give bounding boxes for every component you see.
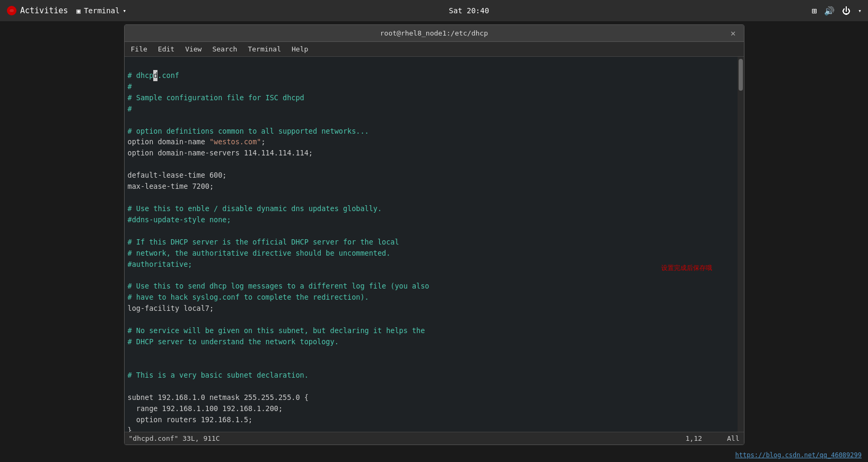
scrollbar-thumb[interactable] [739, 59, 743, 91]
terminal-window: root@rhel8_node1:/etc/dhcp ✕ File Edit V… [124, 24, 744, 445]
menu-help[interactable]: Help [287, 44, 312, 54]
system-bar: Activities ▣ Terminal ▾ Sat 20:40 ⊞ 🔊 ⏻ … [0, 0, 868, 21]
close-icon: ✕ [731, 28, 736, 38]
url-link[interactable]: https://blog.csdn.net/qq_46089299 [735, 451, 862, 459]
activities-label: Activities [20, 6, 68, 15]
terminal-menu-button[interactable]: ▣ Terminal ▾ [76, 6, 126, 15]
rhel-icon [6, 5, 17, 16]
status-bar: "dhcpd.conf" 33L, 911C 1,12 All [125, 432, 744, 444]
power-chevron-icon[interactable]: ▾ [858, 7, 862, 14]
editor-content[interactable]: # dhcpd.conf # # Sample configuration fi… [125, 57, 744, 432]
screen-icon[interactable]: ⊞ [812, 6, 817, 16]
editor-area: # dhcpd.conf # # Sample configuration fi… [125, 57, 744, 432]
power-icon[interactable]: ⏻ [842, 6, 851, 16]
menu-view[interactable]: View [181, 44, 206, 54]
window-title: root@rhel8_node1:/etc/dhcp [380, 29, 488, 37]
menu-search[interactable]: Search [208, 44, 241, 54]
title-bar: root@rhel8_node1:/etc/dhcp ✕ [125, 25, 744, 42]
bottom-bar: https://blog.csdn.net/qq_46089299 [0, 448, 868, 462]
scrollbar[interactable] [738, 57, 744, 432]
terminal-icon: ▣ [76, 7, 81, 15]
menu-edit[interactable]: Edit [154, 44, 179, 54]
annotation-text: 设置完成后保存哦 [661, 264, 712, 273]
status-file-info: "dhcpd.conf" 33L, 911C [129, 434, 220, 442]
close-button[interactable]: ✕ [728, 28, 739, 39]
terminal-label: Terminal [84, 6, 119, 15]
menu-terminal[interactable]: Terminal [243, 44, 285, 54]
activities-button[interactable]: Activities [6, 5, 68, 16]
menu-bar: File Edit View Search Terminal Help [125, 42, 744, 57]
terminal-chevron-icon: ▾ [123, 7, 127, 14]
status-position: 1,12 All [686, 434, 740, 442]
menu-file[interactable]: File [127, 44, 152, 54]
svg-point-1 [10, 9, 14, 12]
system-bar-left: Activities ▣ Terminal ▾ [6, 5, 126, 16]
system-bar-right: ⊞ 🔊 ⏻ ▾ [812, 6, 862, 16]
system-bar-clock: Sat 20:40 [449, 6, 489, 15]
volume-icon[interactable]: 🔊 [824, 6, 835, 16]
